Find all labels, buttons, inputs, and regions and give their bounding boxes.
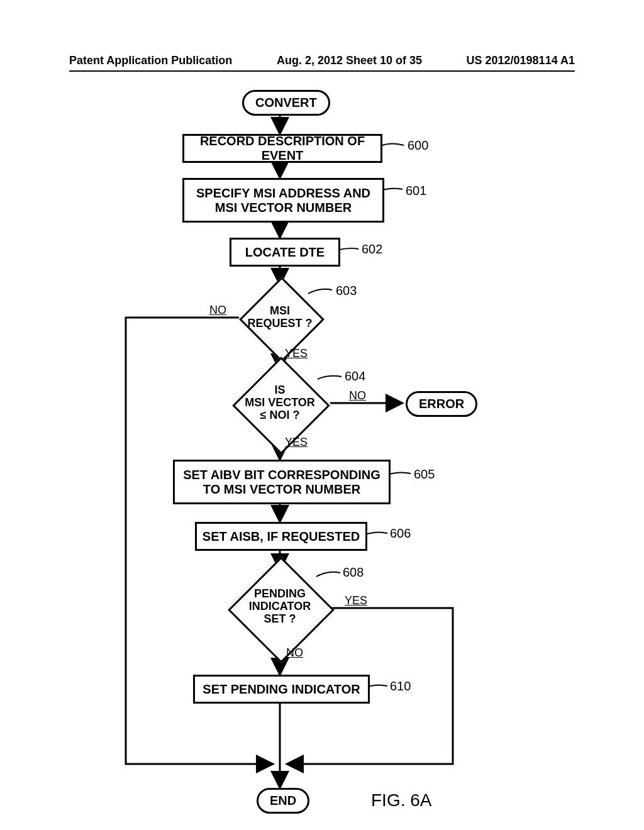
start-label: CONVERT [255,96,317,109]
ref-602: 602 [362,242,382,257]
ref-606: 606 [390,526,411,541]
ref-603: 603 [336,284,357,298]
process-610: SET PENDING INDICATOR [193,675,370,704]
n606-label: SET AISB, IF REQUESTED [203,529,360,544]
error-label: ERROR [419,397,464,411]
edge-yes-604: YES [285,436,308,449]
header-right: US 2012/0198114 A1 [467,54,575,67]
terminator-end: END [257,788,309,814]
n605-label: SET AIBV BIT CORRESPONDING TO MSI VECTOR… [183,468,380,497]
header-rule [69,70,575,72]
ref-600: 600 [408,138,428,153]
header-center: Aug. 2, 2012 Sheet 10 of 35 [277,54,422,67]
n604-label: IS MSI VECTOR ≤ NOI ? [233,384,327,421]
terminator-start: CONVERT [242,90,330,116]
n602-label: LOCATE DTE [245,245,325,260]
edge-yes-608: YES [345,594,367,607]
process-605: SET AIBV BIT CORRESPONDING TO MSI VECTOR… [173,460,391,504]
ref-604: 604 [345,369,365,384]
page-header: Patent Application Publication Aug. 2, 2… [0,54,644,67]
header-left: Patent Application Publication [69,54,232,67]
n608-label: PENDING INDICATOR SET ? [233,588,327,625]
edge-yes-603: YES [285,347,308,360]
n610-label: SET PENDING INDICATOR [203,682,360,697]
edge-no-603: NO [209,304,226,317]
n601-label: SPECIFY MSI ADDRESS AND MSI VECTOR NUMBE… [196,186,370,215]
process-601: SPECIFY MSI ADDRESS AND MSI VECTOR NUMBE… [182,178,384,223]
n600-label: RECORD DESCRIPTION OF EVENT [184,134,380,163]
edge-no-604: NO [349,389,366,402]
process-602: LOCATE DTE [230,238,340,267]
ref-608: 608 [343,565,364,580]
figure-label: FIG. 6A [371,790,431,811]
ref-605: 605 [414,467,435,482]
ref-610: 610 [390,679,411,694]
n603-label: MSI REQUEST ? [233,305,327,330]
ref-601: 601 [406,184,426,198]
process-606: SET AISB, IF REQUESTED [195,522,367,551]
process-600: RECORD DESCRIPTION OF EVENT [182,134,382,163]
end-label: END [270,794,296,807]
page: Patent Application Publication Aug. 2, 2… [0,0,644,830]
terminator-error: ERROR [406,391,477,417]
edge-no-608: NO [286,646,303,660]
